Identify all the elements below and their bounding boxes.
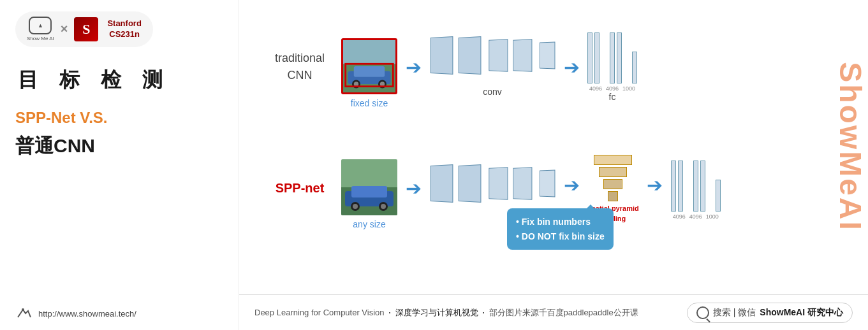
- pyr-layer-1: [594, 155, 632, 165]
- arrow-2: ➔: [555, 56, 587, 78]
- footer-text-2: 深度学习与计算机视觉: [395, 307, 478, 319]
- subtitle-cnn: 普通CNN: [15, 133, 223, 159]
- footer-bar: Deep Learning for Computer Vision · 深度学习…: [239, 294, 868, 330]
- conv-cube-4: [513, 39, 532, 71]
- tooltip-bubble: • Fix bin numbers • DO NOT fix bin size: [507, 208, 614, 250]
- conv-blocks: [429, 37, 555, 74]
- stanford-logo: S: [74, 17, 98, 41]
- fc-bar-3: [610, 32, 615, 83]
- arrow-4: ➔: [555, 174, 587, 196]
- spp-fc-bar-2: [678, 161, 683, 212]
- conv-cube-5: [540, 42, 555, 69]
- svg-point-17: [381, 204, 386, 209]
- spp-input-image: [341, 159, 397, 215]
- logo-bar: Show Me AI × S Stanford CS231n: [15, 11, 153, 47]
- spp-conv-cube-1: [430, 164, 453, 203]
- footer-dot-1: ·: [388, 306, 392, 319]
- footer-text-1: Deep Learning for Computer Vision: [254, 308, 385, 317]
- spp-fc-bar-5: [716, 180, 721, 212]
- spp-input-image-wrapper: any size: [341, 159, 397, 229]
- nav-icon: [15, 305, 33, 322]
- arrow-1: ➔: [397, 56, 429, 78]
- fc-bar-4: [617, 32, 622, 83]
- pyr-layer-3: [603, 179, 622, 189]
- spp-conv-cube-5: [540, 170, 555, 197]
- svg-point-15: [353, 204, 358, 209]
- spp-fc-nums-row: 4096 4096 1000: [673, 213, 719, 220]
- right-panel: traditionalCNN: [239, 0, 868, 330]
- fc-section-spp: 4096 4096 1000: [671, 161, 721, 229]
- spp-pyramid: [594, 155, 632, 201]
- showmeai-label: Show Me AI: [27, 36, 54, 42]
- fixed-size-label: fixed size: [351, 98, 388, 108]
- fc-nums-row: 4096 4096 1000: [589, 85, 635, 92]
- tooltip-line2: • DO NOT fix bin size: [516, 229, 605, 243]
- conv-label: conv: [483, 87, 502, 97]
- left-panel: Show Me AI × S Stanford CS231n 目 标 检 测 S…: [0, 0, 239, 330]
- fc-bar-1: [587, 32, 592, 83]
- footer-text-3: 部分图片来源千百度paddlepaddle公开课: [489, 307, 638, 319]
- arrow-5: ➔: [639, 174, 671, 196]
- stanford-s-icon: S: [74, 17, 98, 41]
- svg-point-0: [22, 308, 24, 311]
- fc-bar-2: [594, 32, 600, 83]
- watermark: ShowMeAI: [833, 0, 868, 293]
- search-bold-label: ShowMeAI 研究中心: [760, 307, 843, 319]
- stanford-text: Stanford CS231n: [107, 18, 141, 40]
- pyr-layer-4: [608, 191, 618, 201]
- search-text: 搜索 | 微信: [713, 307, 756, 319]
- page-title: 目 标 检 测: [18, 66, 223, 94]
- traditional-cnn-label: traditionalCNN: [258, 50, 341, 97]
- showmeai-icon: [29, 17, 52, 34]
- arrow-3: ➔: [397, 177, 429, 199]
- spp-conv-cube-4: [513, 167, 532, 199]
- footer-dot-2: ·: [482, 306, 485, 319]
- times-icon: ×: [61, 22, 68, 36]
- spp-label: SPP-net: [258, 181, 341, 208]
- spp-conv-cube-3: [489, 167, 508, 199]
- fc-label: fc: [609, 92, 616, 102]
- watermark-text: ShowMeAI: [833, 62, 868, 232]
- website-row: http://www.showmeai.tech/: [15, 305, 223, 322]
- conv-cube-3: [489, 39, 508, 71]
- fc-section-traditional: 4096 4096 1000 fc: [587, 32, 637, 115]
- pyr-layer-2: [599, 167, 627, 177]
- spp-conv-cube-2: [459, 164, 482, 203]
- fc-bars: [587, 32, 637, 83]
- diagram-area: traditionalCNN: [239, 0, 868, 293]
- traditional-cnn-row: traditionalCNN: [258, 13, 855, 134]
- spp-fc-bar-1: [671, 161, 676, 212]
- traditional-input-image: [341, 38, 397, 94]
- fc-bars-spp: [671, 161, 721, 212]
- website-url: http://www.showmeai.tech/: [38, 309, 136, 319]
- any-size-label: any size: [353, 219, 385, 229]
- search-icon: [696, 306, 709, 319]
- traditional-input-image-wrapper: fixed size: [341, 38, 397, 108]
- svg-rect-4: [354, 66, 385, 77]
- fc-bar-5: [632, 52, 637, 83]
- conv-cube-1: [430, 36, 453, 75]
- subtitle-sppnet: SPP-Net V.S.: [15, 107, 223, 129]
- showmeai-logo: Show Me AI: [27, 17, 54, 42]
- spp-fc-bar-3: [693, 161, 698, 212]
- spp-fc-bar-4: [700, 161, 705, 212]
- tooltip-line1: • Fix bin numbers: [516, 215, 605, 229]
- conv-blocks-spp: [429, 165, 555, 202]
- conv-cube-2: [459, 36, 482, 75]
- svg-rect-13: [351, 186, 387, 197]
- search-bar[interactable]: 搜索 | 微信 ShowMeAI 研究中心: [687, 303, 853, 323]
- conv-section-traditional: conv: [429, 37, 555, 110]
